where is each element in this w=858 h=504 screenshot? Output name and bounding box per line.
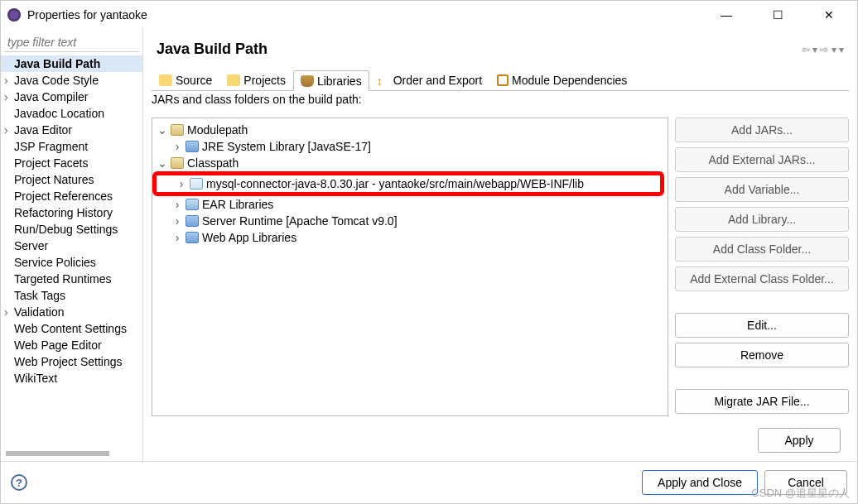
collapse-icon[interactable]: ⌄ — [157, 123, 167, 137]
sidebar-item-java-build-path[interactable]: Java Build Path — [1, 55, 142, 72]
library-tree[interactable]: ⌄Modulepath ›JRE System Library [JavaSE-… — [152, 118, 668, 416]
apply-button[interactable]: Apply — [758, 428, 841, 453]
add-external-jars-button[interactable]: Add External JARs... — [675, 147, 849, 172]
titlebar: Properties for yantaoke — ☐ ✕ — [1, 1, 857, 29]
library-icon — [186, 199, 199, 210]
app-icon — [7, 8, 21, 22]
sidebar-item-java-editor[interactable]: Java Editor — [1, 122, 142, 138]
add-jars-button[interactable]: Add JARs... — [675, 118, 849, 142]
expand-icon[interactable]: › — [172, 140, 182, 153]
sidebar-item-javadoc-location[interactable]: Javadoc Location — [1, 105, 142, 122]
library-icon — [186, 215, 199, 227]
library-icon — [186, 141, 199, 152]
sidebar-item-validation[interactable]: Validation — [1, 304, 142, 320]
add-variable-button[interactable]: Add Variable... — [675, 177, 849, 202]
sidebar-item-project-facets[interactable]: Project Facets — [1, 155, 142, 171]
tabs: Source Projects Libraries Order and Expo… — [152, 70, 849, 91]
page-title: Java Build Path — [157, 41, 802, 58]
tree-node-jre[interactable]: ›JRE System Library [JavaSE-17] — [152, 138, 668, 155]
expand-icon[interactable]: › — [172, 214, 182, 228]
sidebar-item-run-debug-settings[interactable]: Run/Debug Settings — [1, 221, 142, 238]
nav-arrows[interactable]: ⇦ ▾ ⇨ ▾ ▾ — [802, 44, 844, 55]
jar-file-icon — [190, 178, 203, 190]
category-list: Java Build Path Java Code Style Java Com… — [1, 55, 142, 449]
jar-icon — [301, 75, 314, 87]
sidebar-item-targeted-runtimes[interactable]: Targeted Runtimes — [1, 271, 142, 287]
edit-button[interactable]: Edit... — [675, 313, 849, 338]
migrate-jar-button[interactable]: Migrate JAR File... — [675, 389, 849, 414]
sidebar-item-service-policies[interactable]: Service Policies — [1, 254, 142, 271]
sidebar-item-project-natures[interactable]: Project Natures — [1, 171, 142, 188]
tree-node-ear-libraries[interactable]: ›EAR Libraries — [152, 196, 668, 213]
sidebar-item-project-references[interactable]: Project References — [1, 188, 142, 204]
help-icon[interactable]: ? — [11, 474, 27, 491]
close-button[interactable]: ✕ — [811, 2, 847, 27]
folder-icon — [159, 74, 172, 86]
sidebar-item-java-code-style[interactable]: Java Code Style — [1, 72, 142, 89]
package-icon — [171, 157, 184, 169]
sidebar-item-web-page-editor[interactable]: Web Page Editor — [1, 337, 142, 353]
tab-order-export[interactable]: Order and Export — [369, 70, 489, 90]
sidebar-item-jsp-fragment[interactable]: JSP Fragment — [1, 138, 142, 155]
sidebar-item-refactoring-history[interactable]: Refactoring History — [1, 204, 142, 221]
tab-libraries[interactable]: Libraries — [293, 70, 369, 91]
filter-input[interactable] — [4, 32, 139, 52]
library-icon — [186, 232, 199, 243]
sidebar-item-wikitext[interactable]: WikiText — [1, 370, 142, 386]
tab-module-dependencies[interactable]: Module Dependencies — [489, 70, 634, 90]
sidebar-item-task-tags[interactable]: Task Tags — [1, 287, 142, 304]
expand-icon[interactable]: › — [176, 177, 186, 190]
sort-icon — [377, 74, 390, 86]
sidebar-item-web-content-settings[interactable]: Web Content Settings — [1, 320, 142, 337]
minimize-button[interactable]: — — [708, 2, 745, 27]
add-external-class-folder-button[interactable]: Add External Class Folder... — [675, 266, 849, 291]
sidebar-item-java-compiler[interactable]: Java Compiler — [1, 89, 142, 105]
tree-node-classpath[interactable]: ⌄Classpath — [152, 155, 668, 171]
remove-button[interactable]: Remove — [675, 343, 849, 367]
expand-icon[interactable]: › — [172, 231, 182, 244]
window-title: Properties for yantaoke — [27, 8, 708, 22]
tree-node-server-runtime[interactable]: ›Server Runtime [Apache Tomcat v9.0] — [152, 213, 668, 229]
expand-icon[interactable]: › — [172, 198, 182, 211]
description: JARs and class folders on the build path… — [152, 91, 849, 111]
collapse-icon[interactable]: ⌄ — [157, 156, 167, 170]
sidebar: Java Build Path Java Code Style Java Com… — [1, 29, 143, 461]
watermark: CSDN @追星星の人 — [751, 486, 850, 501]
apply-close-button[interactable]: Apply and Close — [642, 470, 758, 495]
tab-source[interactable]: Source — [152, 70, 219, 90]
tree-node-web-app-libraries[interactable]: ›Web App Libraries — [152, 229, 668, 246]
sidebar-item-web-project-settings[interactable]: Web Project Settings — [1, 353, 142, 370]
tree-node-mysql-connector[interactable]: ›mysql-connector-java-8.0.30.jar - yanta… — [152, 171, 664, 196]
tab-projects[interactable]: Projects — [219, 70, 293, 90]
add-library-button[interactable]: Add Library... — [675, 207, 849, 232]
sidebar-item-server[interactable]: Server — [1, 238, 142, 254]
module-icon — [497, 74, 509, 86]
scrollbar[interactable] — [6, 451, 109, 456]
folder-icon — [227, 74, 240, 86]
package-icon — [171, 124, 184, 136]
tree-node-modulepath[interactable]: ⌄Modulepath — [152, 122, 668, 138]
maximize-button[interactable]: ☐ — [759, 2, 796, 27]
add-class-folder-button[interactable]: Add Class Folder... — [675, 237, 849, 262]
